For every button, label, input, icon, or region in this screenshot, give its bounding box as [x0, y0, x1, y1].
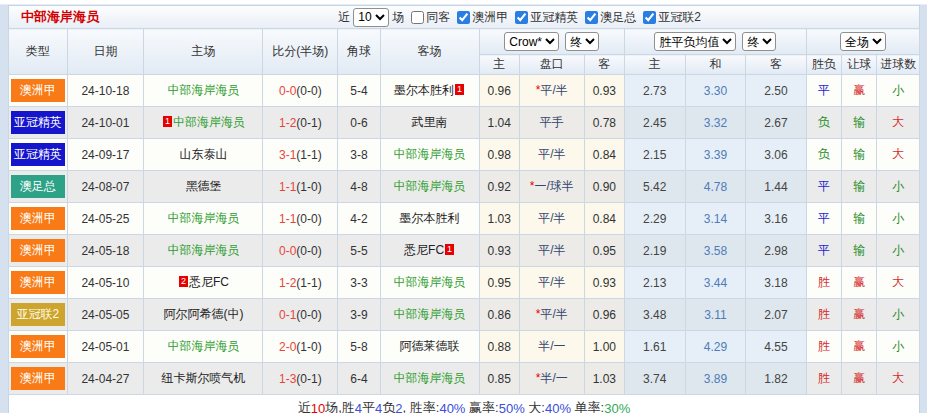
asian-home-odds: 0.93 — [479, 235, 519, 267]
league-badge: 澳足总 — [11, 175, 65, 198]
euro-home-odds: 5.42 — [625, 171, 686, 203]
league-badge: 澳洲甲 — [11, 239, 65, 262]
half-score: (1-1) — [296, 148, 321, 162]
asian-away-odds: 1.00 — [584, 331, 624, 363]
col-header-result-handicap: 让球 — [842, 55, 877, 75]
result-goals: 小 — [877, 235, 920, 267]
home-team[interactable]: 中部海岸海员 — [167, 339, 239, 353]
euro-home-odds: 3.74 — [625, 363, 686, 395]
summary-draws: 4 — [375, 401, 382, 413]
euro-away-odds: 2.98 — [746, 235, 807, 267]
euro-away-odds: 2.50 — [746, 75, 807, 107]
away-team[interactable]: 阿德莱德联 — [400, 339, 460, 353]
asian-home-odds: 0.86 — [479, 299, 519, 331]
asian-handicap: *平/半 — [519, 75, 584, 107]
euro-home-odds: 2.73 — [625, 75, 686, 107]
result-handicap: 赢 — [842, 267, 877, 299]
away-team[interactable]: 墨尔本胜利 — [400, 211, 460, 225]
home-team[interactable]: 中部海岸海员 — [167, 243, 239, 257]
home-team[interactable]: 黑德堡 — [185, 179, 221, 193]
recent-label-suffix: 场 — [392, 9, 404, 26]
result-wdl: 负 — [806, 139, 841, 171]
league-badge: 亚冠联2 — [11, 303, 65, 326]
asian-handicap: 平/半 — [519, 139, 584, 171]
asian-home-odds: 0.85 — [479, 363, 519, 395]
result-goals: 大 — [877, 139, 920, 171]
euro-draw-odds: 3.30 — [685, 75, 746, 107]
home-team[interactable]: 悉尼FC — [189, 275, 229, 289]
asian-away-odds: 1.03 — [584, 363, 624, 395]
same-away-checkbox[interactable] — [411, 11, 424, 24]
asian-home-odds: 0.92 — [479, 171, 519, 203]
bookmaker-select[interactable]: Crow* — [504, 32, 559, 51]
scope-select[interactable]: 全场 — [840, 32, 886, 51]
league-badge: 澳洲甲 — [11, 207, 65, 230]
corner-score: 5-5 — [338, 235, 380, 267]
col-header-euro-away: 客 — [746, 55, 807, 75]
summary-single-rate: 30% — [604, 401, 630, 413]
match-date: 24-05-18 — [67, 235, 144, 267]
summary-text: 大: — [525, 399, 545, 413]
match-date: 24-04-27 — [67, 363, 144, 395]
half-score: (0-1) — [296, 116, 321, 130]
result-handicap: 赢 — [842, 331, 877, 363]
league-badge: 亚冠精英 — [11, 143, 65, 166]
away-team[interactable]: 武里南 — [412, 115, 448, 129]
asian-handicap: 平/半 — [519, 267, 584, 299]
full-score: 1-2 — [279, 276, 296, 290]
away-team[interactable]: 中部海岸海员 — [394, 147, 466, 161]
away-team[interactable]: 墨尔本胜利 — [394, 83, 454, 97]
result-goals: 小 — [877, 331, 920, 363]
europe-odds-time-select[interactable]: 终 — [742, 32, 776, 51]
full-score: 0-0 — [279, 244, 296, 258]
away-team[interactable]: 中部海岸海员 — [394, 179, 466, 193]
league-badge: 澳洲甲 — [11, 271, 65, 294]
half-score: (1-0) — [296, 340, 321, 354]
asian-handicap: 平/半 — [519, 203, 584, 235]
home-team[interactable]: 中部海岸海员 — [173, 115, 245, 129]
stats-panel: 中部海岸海员 近 10 场 同客 澳洲甲 亚冠精英 澳足总 亚冠联2 — [8, 5, 920, 413]
euro-home-odds: 2.45 — [625, 107, 686, 139]
away-team[interactable]: 中部海岸海员 — [394, 371, 466, 385]
asian-away-odds: 0.95 — [584, 235, 624, 267]
away-team[interactable]: 中部海岸海员 — [394, 275, 466, 289]
half-score: (0-0) — [296, 212, 321, 226]
result-goals: 大 — [877, 107, 920, 139]
league-filter-label-aus-cup: 澳足总 — [600, 9, 636, 26]
rank-badge: 2 — [179, 276, 188, 287]
match-date: 24-05-25 — [67, 203, 144, 235]
league-filter-checkbox-aus-cup[interactable] — [585, 11, 598, 24]
col-header-asian-away: 客 — [584, 55, 624, 75]
league-filter-checkbox-acl-elite[interactable] — [515, 11, 528, 24]
col-header-date: 日期 — [67, 29, 144, 75]
away-team[interactable]: 悉尼FC — [404, 243, 444, 257]
summary-text: 单率: — [571, 399, 604, 413]
col-header-result-goals: 进球数 — [877, 55, 920, 75]
europe-avg-select[interactable]: 胜平负均值 — [654, 32, 736, 51]
recent-count-select[interactable]: 10 — [353, 8, 389, 27]
league-filter-checkbox-aus[interactable] — [457, 11, 470, 24]
full-score: 1-1 — [279, 180, 296, 194]
away-team[interactable]: 中部海岸海员 — [394, 307, 466, 321]
summary-handicap-rate: 50% — [499, 401, 525, 413]
full-score: 1-3 — [279, 372, 296, 386]
league-filter-checkbox-acl2[interactable] — [643, 11, 656, 24]
euro-home-odds: 2.19 — [625, 235, 686, 267]
recent-label-prefix: 近 — [338, 9, 350, 26]
half-score: (0-1) — [296, 372, 321, 386]
result-wdl: 胜 — [806, 299, 841, 331]
summary-text: , 胜率: — [403, 399, 440, 413]
match-date: 24-05-05 — [67, 299, 144, 331]
home-team[interactable]: 纽卡斯尔喷气机 — [161, 371, 245, 385]
home-team[interactable]: 中部海岸海员 — [167, 83, 239, 97]
home-team[interactable]: 中部海岸海员 — [167, 211, 239, 225]
asian-odds-time-select[interactable]: 终 — [565, 32, 599, 51]
home-team[interactable]: 阿尔阿希德(中) — [163, 307, 243, 321]
summary-text: 近 — [298, 399, 311, 413]
asian-handicap: 平手 — [519, 107, 584, 139]
euro-draw-odds: 4.78 — [685, 171, 746, 203]
corner-score: 3-9 — [338, 299, 380, 331]
summary-text: 场,胜 — [325, 399, 355, 413]
result-handicap: 输 — [842, 139, 877, 171]
home-team[interactable]: 山东泰山 — [179, 147, 227, 161]
